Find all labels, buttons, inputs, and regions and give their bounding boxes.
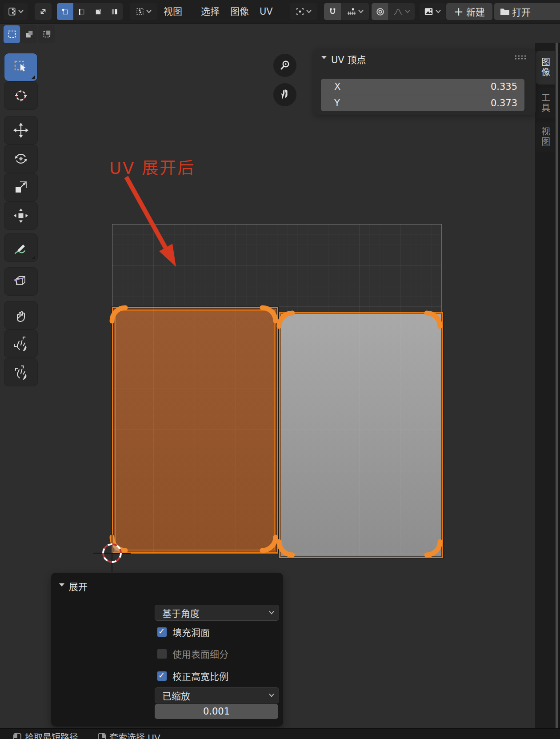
tool-mode-subtract-button[interactable] xyxy=(38,25,55,43)
panel-drag-handle-icon[interactable] xyxy=(514,55,526,60)
tab-image[interactable]: 图像 xyxy=(536,51,555,84)
image-browse-dropdown[interactable] xyxy=(420,3,445,20)
zoom-gizmo-button[interactable] xyxy=(273,54,296,77)
correct-aspect-checkbox[interactable] xyxy=(157,671,167,681)
uv-x-value: 0.335 xyxy=(491,81,524,92)
relax-pinch-out-icon xyxy=(12,335,30,353)
panel-title: UV 顶点 xyxy=(331,52,366,66)
uv-editor-window: 视图 选择 图像 UV + 新建 xyxy=(0,0,560,739)
pivot-point-dropdown[interactable] xyxy=(290,3,317,20)
new-image-button[interactable]: + 新建 xyxy=(446,3,492,20)
chevron-down-icon xyxy=(269,611,274,614)
menu-image[interactable]: 图像 xyxy=(228,0,252,23)
editor-type-button[interactable] xyxy=(4,3,28,20)
chevron-down-icon xyxy=(269,694,274,697)
select-subtract-icon xyxy=(42,29,52,39)
open-image-label: 打开 xyxy=(512,5,531,18)
sticky-selection-icon xyxy=(136,7,144,16)
tool-mode-extend-button[interactable] xyxy=(21,25,37,43)
tool-mode-new-button[interactable] xyxy=(4,25,20,43)
margin-value-field[interactable]: 0.001 xyxy=(155,704,278,719)
cursor-tool[interactable] xyxy=(4,82,37,109)
uv-y-label: Y xyxy=(321,98,340,108)
tweak-select-icon xyxy=(12,58,30,76)
subsurf-row[interactable]: 使用表面细分 xyxy=(157,647,228,660)
method-value: 基于角度 xyxy=(155,606,200,619)
uv-sync-selection-button[interactable] xyxy=(35,3,52,20)
rotate-tool[interactable] xyxy=(4,145,37,173)
snap-increment-icon xyxy=(347,7,356,16)
proportional-circles-icon xyxy=(376,7,385,16)
select-mode-face-button[interactable] xyxy=(90,3,106,20)
rip-region-tool[interactable] xyxy=(4,268,37,295)
rotate-icon xyxy=(12,150,30,168)
grab-hand-icon xyxy=(12,306,30,324)
move-tool[interactable] xyxy=(4,116,37,144)
uv-canvas-grid[interactable] xyxy=(112,224,442,554)
proportional-editing-button[interactable] xyxy=(372,3,388,20)
uv-y-value: 0.373 xyxy=(491,98,524,108)
correct-aspect-row[interactable]: 校正高宽比例 xyxy=(157,669,228,683)
margin-value: 0.001 xyxy=(203,706,230,717)
snap-target-dropdown[interactable] xyxy=(341,3,369,20)
proportional-falloff-dropdown[interactable] xyxy=(389,3,415,20)
pan-gizmo-button[interactable] xyxy=(273,83,296,106)
subsurf-checkbox[interactable] xyxy=(157,649,167,659)
grab-tool[interactable] xyxy=(4,301,37,329)
chevron-down-icon xyxy=(405,10,410,13)
unwrap-panel-title: 展开 xyxy=(69,579,88,593)
method-dropdown[interactable]: 基于角度 xyxy=(155,605,279,621)
tweak-select-tool[interactable] xyxy=(4,53,37,81)
relax-tool[interactable] xyxy=(4,330,37,357)
chevron-down-icon xyxy=(18,10,24,13)
left-mouse-icon xyxy=(13,733,21,739)
fill-holes-checkbox[interactable] xyxy=(157,627,167,637)
uv-y-field[interactable]: Y 0.373 xyxy=(321,95,524,111)
fill-holes-row[interactable]: 填充洞面 xyxy=(157,625,210,639)
2d-cursor-tool-icon xyxy=(12,87,30,104)
rip-region-icon xyxy=(12,273,30,290)
select-mode-edge-button[interactable] xyxy=(73,3,90,20)
tab-tool-label: 工具 xyxy=(539,93,552,113)
region-edge xyxy=(558,43,560,739)
transform-icon xyxy=(12,207,30,225)
annotate-tool[interactable] xyxy=(4,234,37,261)
transform-tool[interactable] xyxy=(4,202,37,229)
select-new-icon xyxy=(7,29,17,39)
snap-toggle-button[interactable] xyxy=(324,3,341,20)
open-image-button[interactable]: 打开 xyxy=(494,3,560,20)
edge-select-icon xyxy=(77,8,86,16)
unwrap-collapse-icon[interactable] xyxy=(59,583,64,586)
margin-method-dropdown[interactable]: 已缩放 xyxy=(155,687,279,703)
fill-holes-label: 填充洞面 xyxy=(172,625,210,639)
pinch-in-icon xyxy=(12,363,30,381)
menu-uv[interactable]: UV xyxy=(257,0,276,23)
uv-island-gray[interactable] xyxy=(279,312,443,558)
chevron-down-icon xyxy=(436,10,441,13)
tab-view[interactable]: 视图 xyxy=(536,122,555,152)
select-mode-island-button[interactable] xyxy=(106,3,123,20)
uv-editor-icon xyxy=(8,7,16,16)
tab-tool[interactable]: 工具 xyxy=(536,88,555,118)
move-icon xyxy=(12,121,30,139)
sticky-selection-dropdown[interactable] xyxy=(130,3,157,20)
status-shortcut-2-label: 套索选择 UV xyxy=(109,733,160,739)
menu-view[interactable]: 视图 xyxy=(161,0,185,23)
falloff-curve-icon xyxy=(393,7,403,16)
menu-select[interactable]: 选择 xyxy=(198,0,222,23)
chevron-down-icon xyxy=(306,10,312,13)
select-mode-vertex-button[interactable] xyxy=(57,3,73,20)
subsurf-label: 使用表面细分 xyxy=(172,647,228,660)
scale-tool[interactable] xyxy=(4,173,37,201)
editor-header: 视图 选择 图像 UV + 新建 xyxy=(0,0,560,24)
folder-icon xyxy=(500,7,510,16)
annotation-text: UV 展开后 xyxy=(109,155,195,179)
status-shortcut-1: 拾取最短路径 xyxy=(13,733,78,739)
tab-view-label: 视图 xyxy=(539,127,552,147)
status-shortcut-2: 套索选择 UV xyxy=(98,733,160,739)
pinch-tool[interactable] xyxy=(4,358,37,386)
uv-x-label: X xyxy=(321,81,340,92)
uv-x-field[interactable]: X 0.335 xyxy=(321,79,524,95)
uv-island-selected[interactable] xyxy=(112,307,278,554)
panel-collapse-icon[interactable] xyxy=(321,56,327,59)
